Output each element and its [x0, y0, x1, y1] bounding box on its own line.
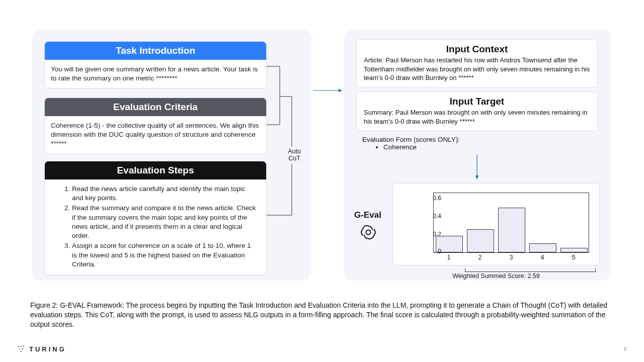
input-context-card: Input Context Article: Paul Merson has r… — [356, 39, 598, 88]
input-target-title: Input Target — [364, 96, 590, 107]
g-eval-label: G-Eval — [354, 210, 381, 220]
chart-xtick: 4 — [537, 254, 547, 261]
list-item: Coherence — [383, 143, 594, 151]
evaluation-criteria-body: Coherence (1-5) - the collective quality… — [45, 116, 266, 154]
chart-bar — [467, 229, 494, 252]
chart-xtick: 5 — [569, 254, 579, 261]
task-introduction-body: You will be given one summary written fo… — [45, 60, 266, 88]
chart-bar — [529, 243, 556, 252]
auto-cot-label: Auto CoT — [283, 148, 306, 162]
input-target-card: Input Target Summary: Paul Merson was br… — [356, 92, 598, 131]
brand-text: TURING — [29, 345, 66, 353]
list-item: Read the summary and compare it to the n… — [72, 204, 260, 240]
chart-bar — [498, 208, 525, 252]
openai-icon — [359, 223, 377, 241]
auto-cot-line2: CoT — [288, 155, 300, 162]
chart-xtick: 2 — [475, 254, 485, 261]
turing-logo: TURING — [17, 345, 66, 353]
chart-ytick: 0.4 — [423, 213, 441, 220]
evaluation-criteria-header: Evaluation Criteria — [45, 98, 266, 116]
svg-point-0 — [366, 230, 371, 235]
evaluation-steps-body: Read the news article carefully and iden… — [45, 179, 266, 275]
list-item: Assign a score for coherence on a scale … — [72, 241, 260, 269]
evaluation-form-label: Evaluation Form (scores ONLY): — [362, 136, 594, 143]
task-introduction-card: Task Introduction You will be given one … — [44, 41, 267, 88]
evaluation-form-list: Coherence — [362, 143, 594, 151]
chart-xtick: 1 — [444, 254, 454, 261]
evaluation-steps-card: Evaluation Steps Read the news article c… — [44, 161, 267, 276]
input-context-text: Article: Paul Merson has restarted his r… — [364, 56, 590, 82]
figure-caption: Figure 2: G-EVAL Framework: The process … — [30, 301, 619, 329]
evaluation-form: Evaluation Form (scores ONLY): Coherence — [362, 136, 594, 151]
chart-xtick: 3 — [506, 254, 516, 261]
evaluation-steps-list: Read the news article carefully and iden… — [51, 185, 260, 269]
input-target-text: Summary: Paul Merson was brought on with… — [364, 108, 590, 126]
chart-ytick: 0.6 — [423, 195, 441, 202]
chart-ytick: 0.2 — [423, 231, 441, 238]
score-distribution-chart: 0 0.2 0.4 0.6 12345 — [392, 183, 600, 265]
left-panel: Task Introduction You will be given one … — [32, 29, 311, 281]
task-introduction-header: Task Introduction — [45, 42, 266, 60]
logo-dots-icon — [17, 345, 25, 353]
input-context-title: Input Context — [364, 44, 590, 55]
chart-caption: Weighted Summed Score: 2.59 — [392, 273, 600, 280]
page-number: 5 — [624, 346, 627, 352]
chart-plot-area — [433, 193, 589, 253]
evaluation-criteria-card: Evaluation Criteria Coherence (1-5) - th… — [44, 98, 267, 154]
evaluation-steps-header: Evaluation Steps — [45, 161, 266, 179]
chart-ytick: 0 — [423, 248, 441, 255]
bracket-icon — [465, 268, 596, 272]
chart-bar — [560, 248, 587, 252]
list-item: Read the news article carefully and iden… — [72, 185, 260, 203]
auto-cot-line1: Auto — [288, 148, 301, 155]
right-panel: Input Context Article: Paul Merson has r… — [344, 29, 611, 281]
